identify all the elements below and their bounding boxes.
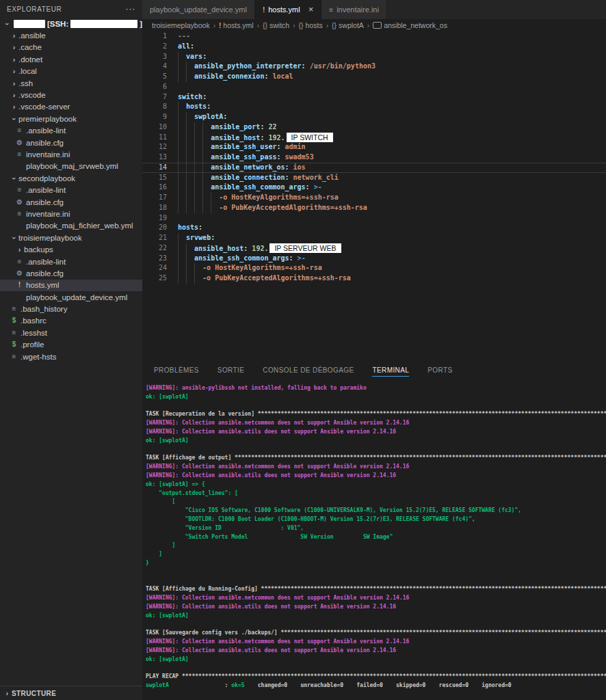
tree-item-playbook_maj_srvweb.yml[interactable]: playbook_maj_srvweb.yml	[0, 161, 142, 172]
tree-item-label: .wget-hsts	[21, 353, 56, 361]
code-line[interactable]: 5ansible_connexion: local	[142, 72, 606, 82]
structure-section-header[interactable]: › STRUCTURE	[0, 686, 142, 700]
terminal-line: }	[146, 559, 606, 568]
code-line[interactable]: 23ansible_ssh_common_args: >-	[142, 254, 606, 264]
breadcrumb-item-hosts[interactable]: {}hosts	[299, 21, 323, 29]
breadcrumb-separator-icon: ›	[293, 22, 295, 29]
terminal-line: TASK [Recuperation de la version] ******…	[146, 410, 606, 419]
code-line[interactable]: 1---	[142, 31, 606, 42]
tree-item-ansible.cfg[interactable]: ⚙ansible.cfg	[0, 137, 142, 148]
tree-item-troisiemeplaybook[interactable]: ›troisiemeplaybook	[0, 232, 142, 243]
indent-guide	[178, 72, 186, 82]
close-icon[interactable]: ×	[308, 6, 314, 13]
code-line[interactable]: 10ansible_port: 22	[142, 122, 606, 133]
code-line[interactable]: 9swplotA:	[142, 112, 606, 122]
tree-item-.profile[interactable]: $.profile	[0, 339, 142, 351]
breadcrumb-label: ansible_network_os	[384, 21, 447, 29]
code-line[interactable]: 12ansible_ssh_user: admin	[142, 142, 606, 152]
tree-item-.dotnet[interactable]: ›.dotnet	[0, 53, 142, 65]
tab-hosts.yml[interactable]: !hosts.yml×	[255, 0, 321, 19]
tree-item-.cache[interactable]: ›.cache	[0, 42, 142, 53]
tree-item-.ansible-lint[interactable]: ≡.ansible-lint	[0, 125, 142, 137]
indent-guide	[194, 163, 202, 173]
tree-item-inventaire.ini[interactable]: ≡inventaire.ini	[0, 208, 142, 219]
code-line[interactable]: 15ansible_connection: network_cli	[142, 173, 606, 183]
terminal-line: ok: [swplotA] => {	[146, 481, 606, 489]
panel-tab-ports[interactable]: PORTS	[427, 364, 452, 376]
tree-item-backups[interactable]: ›backups	[0, 243, 142, 255]
code-line[interactable]: 20hosts:	[142, 223, 606, 233]
panel-tab-sortie[interactable]: SORTIE	[218, 364, 244, 376]
code-line[interactable]: 8hosts:	[142, 102, 606, 112]
tree-item-playbook_maj_fichier_web.yml[interactable]: playbook_maj_fichier_web.yml	[0, 220, 142, 232]
breadcrumb-separator-icon: ›	[326, 22, 328, 29]
tab-inventaire.ini[interactable]: ≡inventaire.ini	[321, 0, 387, 19]
tree-item-.lesshst[interactable]: ≡.lesshst	[0, 327, 142, 338]
terminal-line: [WARNING]: Collection ansible.netcommon …	[146, 463, 606, 472]
tree-item-playbook_update_device.yml[interactable]: playbook_update_device.yml	[0, 291, 142, 303]
tree-item-label: playbook_update_device.yml	[26, 293, 127, 301]
code-line[interactable]: 2all:	[142, 42, 606, 52]
panel-tab-terminal[interactable]: TERMINAL	[372, 364, 409, 377]
tree-item-label: premierplaybook	[18, 115, 77, 123]
tree-item-.local[interactable]: ›.local	[0, 66, 142, 77]
more-actions-icon[interactable]: ···	[125, 5, 135, 12]
tree-item-ansible.cfg[interactable]: ⚙ansible.cfg	[0, 196, 142, 208]
terminal-line: [WARNING]: Collection ansible.netcommon …	[146, 638, 606, 647]
tree-item-label: .dotnet	[18, 55, 42, 64]
breadcrumb-item-swplotA[interactable]: {}swplotA	[332, 21, 364, 29]
terminal-line	[146, 664, 606, 673]
panel-tab-problèmes[interactable]: PROBLÈMES	[154, 364, 199, 376]
code-line[interactable]: 11ansible_host: 192.IP SWITCH	[142, 133, 606, 143]
tree-item-inventaire.ini[interactable]: ≡inventaire.ini	[0, 148, 142, 160]
tree-item-premierplaybook[interactable]: ›premierplaybook	[0, 113, 142, 124]
code-line[interactable]: 25-o PubKeyAcceptedAlgorithms=+ssh-rsa	[142, 273, 606, 284]
tree-item-.ssh[interactable]: ›.ssh	[0, 77, 142, 89]
tree-item-hosts.yml[interactable]: !hosts.yml	[0, 280, 142, 291]
indent-guide	[194, 122, 202, 133]
panel-tab-console-de-débogage[interactable]: CONSOLE DE DÉBOGAGE	[263, 364, 354, 376]
breadcrumb-item-switch[interactable]: {}switch	[263, 21, 289, 29]
line-number: 22	[142, 243, 167, 254]
code-line[interactable]: 24-o HostKeyAlgorithms=+ssh-rsa	[142, 263, 606, 273]
code-line[interactable]: 18-o PubKeyAcceptedAlgorithms=+ssh-rsa	[142, 203, 606, 213]
code-line[interactable]: 22ansible_host: 192.IP SERVEUR WEB	[142, 243, 606, 254]
yaml-warning-icon: !	[219, 22, 221, 29]
editor-group: playbook_update_device.yml!hosts.yml×≡in…	[142, 0, 606, 700]
terminal-line: [WARNING]: ansible-pylibssh not installe…	[146, 384, 606, 393]
terminal-output[interactable]: [WARNING]: ansible-pylibssh not installe…	[146, 384, 606, 700]
tree-item-remote-root[interactable]: ›[SSH:]	[0, 18, 142, 29]
indent-guide	[178, 112, 186, 122]
code-line[interactable]: 3vars:	[142, 52, 606, 62]
tree-item-ansible.cfg[interactable]: ⚙ansible.cfg	[0, 267, 142, 279]
chevron-down-icon: ›	[3, 19, 12, 28]
code-line[interactable]: 7switch:	[142, 92, 606, 103]
tree-item-.ansible-lint[interactable]: ≡.ansible-lint	[0, 256, 142, 267]
tree-item-label: .bashrc	[21, 317, 47, 325]
tree-item-.vscode[interactable]: ›.vscode	[0, 89, 142, 100]
yaml-warning-icon: !	[15, 282, 24, 288]
tree-item-.wget-hsts[interactable]: ≡.wget-hsts	[0, 351, 142, 362]
code-line[interactable]: 21srvweb:	[142, 233, 606, 243]
indent-guide	[186, 133, 194, 143]
tree-item-.bash_history[interactable]: ≡.bash_history	[0, 303, 142, 314]
tree-item-secondplaybook[interactable]: ›secondplaybook	[0, 172, 142, 184]
breadcrumb-item-ansible_network_os[interactable]: ansible_network_os	[373, 21, 447, 29]
code-line[interactable]: 14ansible_network_os: ios	[142, 163, 606, 173]
code-editor[interactable]: 1---2all:3vars:4ansible_python_interpret…	[142, 31, 606, 361]
code-line[interactable]: 16ansible_ssh_common_args: >-	[142, 183, 606, 193]
code-line[interactable]: 6	[142, 82, 606, 92]
breadcrumb-item-troisiemeplaybook[interactable]: troisiemeplaybook	[152, 21, 210, 29]
tab-playbook_update_device.yml[interactable]: playbook_update_device.yml	[142, 0, 255, 19]
terminal-line: ]	[146, 541, 606, 550]
code-line[interactable]: 19	[142, 213, 606, 224]
code-line[interactable]: 13ansible_ssh_pass: swadm53	[142, 152, 606, 163]
code-line[interactable]: 4ansible_python_interpreter: /usr/bin/py…	[142, 62, 606, 72]
breadcrumb-item-hosts.yml[interactable]: !hosts.yml	[219, 21, 254, 29]
tree-item-.ansible[interactable]: ›.ansible	[0, 29, 142, 41]
tree-item-.ansible-lint[interactable]: ≡.ansible-lint	[0, 184, 142, 196]
tree-item-.bashrc[interactable]: $.bashrc	[0, 315, 142, 327]
tree-item-.vscode-server[interactable]: ›.vscode-server	[0, 101, 142, 113]
code-line[interactable]: 17-o HostKeyAlgorithms=+ssh-rsa	[142, 193, 606, 203]
chevron-right-icon: ›	[10, 79, 18, 88]
